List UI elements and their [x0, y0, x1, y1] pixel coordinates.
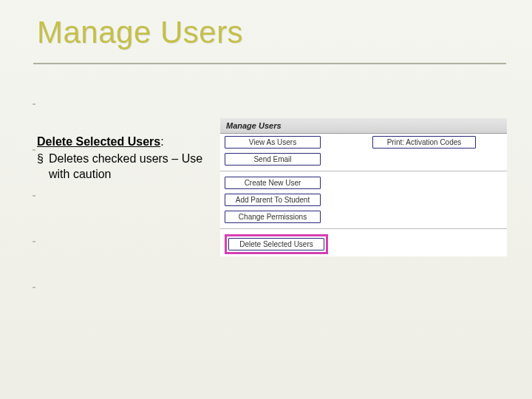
description-heading: Delete Selected Users: — [37, 134, 214, 150]
slide-title: Manage Users — [37, 15, 243, 50]
panel-separator — [220, 228, 507, 229]
description-block: Delete Selected Users: Deletes checked u… — [37, 134, 214, 182]
delete-selected-highlight: Delete Selected Users — [225, 234, 328, 254]
description-colon: : — [160, 135, 163, 148]
side-ticks — [33, 103, 35, 332]
description-bullet: Deletes checked users – Use with caution — [37, 151, 214, 183]
title-underline — [33, 63, 506, 64]
manage-users-panel: Manage Users View As Users Print: Activa… — [220, 118, 507, 256]
add-parent-to-student-button[interactable]: Add Parent To Student — [225, 194, 321, 206]
panel-header: Manage Users — [220, 118, 507, 134]
panel-separator — [220, 171, 507, 171]
delete-selected-users-button[interactable]: Delete Selected Users — [228, 238, 324, 250]
view-as-users-button[interactable]: View As Users — [225, 136, 321, 149]
create-new-user-button[interactable]: Create New User — [225, 177, 321, 189]
description-heading-text: Delete Selected Users — [37, 135, 160, 148]
print-activation-codes-button[interactable]: Print: Activation Codes — [372, 136, 476, 149]
change-permissions-button[interactable]: Change Permissions — [225, 211, 321, 223]
send-email-button[interactable]: Send Email — [225, 153, 321, 166]
